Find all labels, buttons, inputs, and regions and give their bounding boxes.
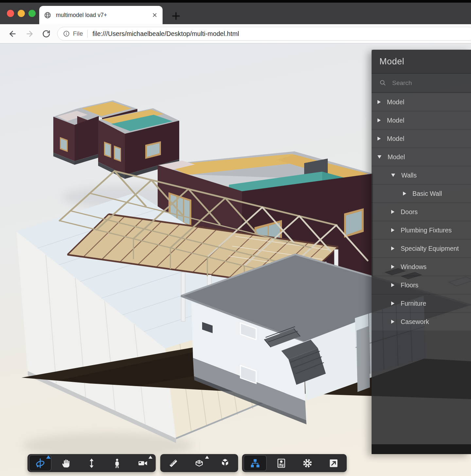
viewer-viewport[interactable]: Model ModelModelModelModelWallsBasic Wal… xyxy=(0,43,471,476)
reload-icon[interactable] xyxy=(42,29,51,38)
tree-row-label: Model xyxy=(387,98,404,106)
tree-row-furniture[interactable]: Furniture xyxy=(372,295,471,312)
tree-row-label: Floors xyxy=(401,281,418,289)
forward-icon[interactable] xyxy=(25,29,34,38)
tree-row-windows[interactable]: Windows xyxy=(372,258,471,276)
tree-row-walls[interactable]: Walls xyxy=(372,166,471,184)
submenu-arrow-icon xyxy=(46,455,51,459)
tree-row-doors[interactable]: Doors xyxy=(372,203,471,221)
window-controls xyxy=(7,10,36,17)
zoom-button[interactable] xyxy=(79,454,104,472)
measure-icon xyxy=(167,457,179,469)
panel-title: Model xyxy=(379,57,404,67)
tree-row-model[interactable]: Model xyxy=(372,130,471,147)
search-icon xyxy=(379,79,386,86)
model-browser-icon xyxy=(249,457,261,469)
chevron-right-icon[interactable] xyxy=(391,301,394,305)
close-tab-icon[interactable] xyxy=(151,12,158,18)
browser-tab-bar: multimodel load v7+ xyxy=(0,3,471,24)
tree-row-label: Windows xyxy=(401,263,427,271)
tree-row-label: Casework xyxy=(401,318,429,326)
tree-row-casework[interactable]: Casework xyxy=(372,313,471,331)
panel-search-row[interactable] xyxy=(372,74,471,93)
chevron-down-icon[interactable] xyxy=(377,155,381,159)
tree-row-label: Model xyxy=(387,117,404,124)
tree-row-label: Walls xyxy=(401,172,417,179)
chevron-right-icon[interactable] xyxy=(391,320,394,324)
chevron-right-icon[interactable] xyxy=(391,246,394,250)
minimize-window-button[interactable] xyxy=(18,10,25,17)
submenu-arrow-icon xyxy=(205,456,209,459)
chevron-right-icon[interactable] xyxy=(391,210,394,214)
orbit-button[interactable] xyxy=(27,454,53,472)
close-window-button[interactable] xyxy=(7,10,14,17)
model-tree: ModelModelModelModelWallsBasic WallDoors… xyxy=(372,93,471,331)
tree-row-specialty-equipment[interactable]: Specialty Equipment xyxy=(372,240,471,257)
tree-row-floors[interactable]: Floors xyxy=(372,276,471,294)
url-scheme-chip: File xyxy=(73,30,83,37)
inspect-toolbar-group xyxy=(242,454,347,472)
section-button[interactable] xyxy=(186,454,212,472)
tree-row-model[interactable]: Model xyxy=(372,93,471,111)
explode-icon xyxy=(219,457,231,469)
tree-row-label: Model xyxy=(387,135,404,143)
url-text[interactable]: file:///Users/michaelbeale/Desktop/multi… xyxy=(93,30,239,38)
model-browser-button[interactable] xyxy=(242,454,268,472)
settings-icon xyxy=(302,457,313,469)
fullscreen-button[interactable] xyxy=(321,454,347,472)
zoom-window-button[interactable] xyxy=(28,10,36,17)
chevron-right-icon[interactable] xyxy=(391,283,394,287)
chevron-down-icon[interactable] xyxy=(391,174,395,177)
browser-nav-bar: File file:///Users/michaelbeale/Desktop/… xyxy=(0,24,471,43)
tree-row-label: Basic Wall xyxy=(412,190,442,197)
viewer-toolbar xyxy=(0,454,471,472)
submenu-arrow-icon xyxy=(148,456,152,459)
fullscreen-icon xyxy=(328,457,340,469)
chevron-right-icon[interactable] xyxy=(391,265,394,269)
tree-row-basic-wall[interactable]: Basic Wall xyxy=(372,185,471,202)
section-icon xyxy=(193,457,205,469)
tree-row-label: Furniture xyxy=(401,300,426,307)
model-browser-panel: Model ModelModelModelModelWallsBasic Wal… xyxy=(372,50,471,454)
navigation-toolbar-group xyxy=(27,454,156,472)
camera-icon xyxy=(137,457,149,469)
url-divider xyxy=(87,30,88,38)
chevron-right-icon[interactable] xyxy=(403,192,406,196)
first-person-icon xyxy=(111,457,123,469)
tab-title: multimodel load v7+ xyxy=(56,12,151,19)
chevron-right-icon[interactable] xyxy=(377,137,381,141)
pan-button[interactable] xyxy=(53,454,78,472)
tree-row-plumbing-fixtures[interactable]: Plumbing Fixtures xyxy=(372,221,471,239)
address-bar[interactable]: File file:///Users/michaelbeale/Desktop/… xyxy=(57,27,471,41)
measure-button[interactable] xyxy=(160,454,186,472)
model-tools-toolbar-group xyxy=(160,454,238,472)
browser-tab[interactable]: multimodel load v7+ xyxy=(39,6,163,24)
tree-row-label: Model xyxy=(388,153,405,161)
window-top-edge xyxy=(0,0,471,3)
back-icon[interactable] xyxy=(8,29,17,38)
panel-header: Model xyxy=(372,50,471,74)
page-info-icon[interactable] xyxy=(63,30,70,37)
chevron-right-icon[interactable] xyxy=(377,100,381,104)
tree-row-model[interactable]: Model xyxy=(372,111,471,129)
camera-button[interactable] xyxy=(130,454,156,472)
tree-row-label: Specialty Equipment xyxy=(401,245,459,252)
tree-row-label: Doors xyxy=(401,208,418,216)
tree-row-label: Plumbing Fixtures xyxy=(401,227,452,234)
pan-icon xyxy=(60,457,72,469)
zoom-icon xyxy=(86,457,97,469)
chevron-right-icon[interactable] xyxy=(377,118,381,122)
tree-row-model[interactable]: Model xyxy=(372,148,471,166)
first-person-button[interactable] xyxy=(104,454,130,472)
settings-button[interactable] xyxy=(294,454,321,472)
explode-button[interactable] xyxy=(212,454,238,472)
properties-button[interactable] xyxy=(268,454,294,472)
globe-favicon-icon xyxy=(44,11,51,19)
orbit-icon xyxy=(34,457,46,469)
search-input[interactable] xyxy=(392,79,455,87)
properties-icon xyxy=(275,457,287,469)
chevron-right-icon[interactable] xyxy=(391,228,394,232)
new-tab-button[interactable] xyxy=(171,11,181,21)
panel-footer xyxy=(372,444,471,454)
